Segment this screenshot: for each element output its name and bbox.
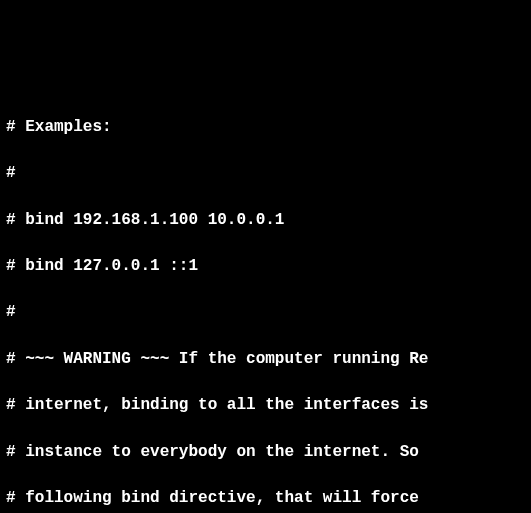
config-line: # internet, binding to all the interface… (6, 394, 525, 417)
config-line: # (6, 301, 525, 324)
config-line: # following bind directive, that will fo… (6, 487, 525, 510)
config-line: # bind 127.0.0.1 ::1 (6, 255, 525, 278)
terminal-output: # Examples: # # bind 192.168.1.100 10.0.… (0, 93, 531, 513)
config-line: # (6, 162, 525, 185)
config-line: # ~~~ WARNING ~~~ If the computer runnin… (6, 348, 525, 371)
config-line: # bind 192.168.1.100 10.0.0.1 (6, 209, 525, 232)
config-line: # Examples: (6, 116, 525, 139)
config-line: # instance to everybody on the internet.… (6, 441, 525, 464)
